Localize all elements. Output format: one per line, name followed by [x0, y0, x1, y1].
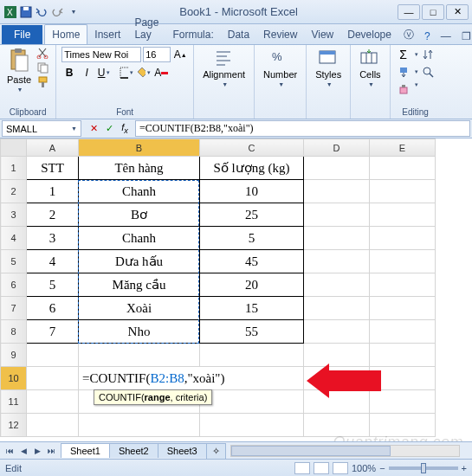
zoom-out-icon[interactable]: −	[379, 463, 385, 473]
cell[interactable]: 7	[27, 320, 79, 344]
paste-button[interactable]: Paste ▼	[5, 47, 33, 94]
sheet-tab-3[interactable]: Sheet3	[158, 443, 207, 458]
alignment-icon[interactable]	[215, 48, 234, 68]
formula-bar[interactable]: =COUNTIF(B2:B8,"xoài")	[135, 120, 470, 137]
row-header[interactable]: 5	[1, 250, 27, 273]
cell[interactable]: Chanh	[79, 227, 200, 250]
cell[interactable]	[79, 414, 200, 437]
minimize-button[interactable]: —	[398, 4, 420, 20]
autosum-icon[interactable]: Σ	[396, 47, 411, 62]
zoom-level[interactable]: 100%	[352, 463, 376, 473]
cell[interactable]	[27, 367, 79, 390]
grow-font-icon[interactable]: A▲	[172, 47, 188, 62]
zoom-in-icon[interactable]: +	[462, 463, 467, 473]
cell[interactable]	[304, 414, 370, 437]
fx-icon[interactable]: fx	[118, 122, 132, 136]
cell[interactable]: Nho	[79, 320, 200, 344]
select-all-corner[interactable]	[1, 139, 27, 157]
cell[interactable]	[370, 157, 436, 180]
cell[interactable]	[27, 414, 79, 437]
cell[interactable]	[304, 203, 370, 227]
cell[interactable]	[200, 344, 304, 367]
cell[interactable]	[304, 180, 370, 203]
cell[interactable]: 55	[200, 320, 304, 344]
cut-icon[interactable]	[36, 47, 50, 59]
undo-icon[interactable]	[35, 5, 48, 19]
cell[interactable]: Bơ	[79, 203, 200, 227]
fill-color-button[interactable]: ▾	[136, 65, 152, 80]
normal-view-icon[interactable]	[294, 462, 310, 474]
font-name-select[interactable]	[61, 47, 141, 62]
border-button[interactable]: ▾	[119, 65, 134, 80]
col-header-a[interactable]: A	[27, 139, 79, 157]
tab-data[interactable]: Data	[221, 25, 256, 44]
cell[interactable]	[200, 414, 304, 437]
sheet-nav-last-icon[interactable]: ⏭	[45, 445, 57, 457]
tab-view[interactable]: View	[304, 25, 340, 44]
ribbon-minimize-icon[interactable]: ⓥ	[398, 26, 419, 44]
row-header[interactable]: 11	[1, 390, 27, 414]
maximize-button[interactable]: □	[422, 4, 444, 20]
cell[interactable]	[304, 273, 370, 297]
cell[interactable]	[370, 250, 436, 273]
cell[interactable]	[79, 344, 200, 367]
cell[interactable]	[370, 273, 436, 297]
cell[interactable]	[304, 297, 370, 320]
cell[interactable]: 6	[27, 297, 79, 320]
sheet-nav-next-icon[interactable]: ▶	[31, 445, 43, 457]
sheet-tab-1[interactable]: Sheet1	[61, 443, 110, 458]
horizontal-scrollbar[interactable]	[230, 445, 460, 457]
cell[interactable]	[370, 297, 436, 320]
styles-icon[interactable]	[319, 48, 338, 68]
cell[interactable]: Xoài	[79, 297, 200, 320]
clear-icon[interactable]	[396, 81, 411, 97]
name-box[interactable]: SMALL▼	[2, 120, 81, 137]
font-size-select[interactable]	[143, 47, 171, 62]
row-header[interactable]: 2	[1, 180, 27, 203]
close-button[interactable]: ✕	[446, 4, 469, 20]
tab-insert[interactable]: Insert	[87, 25, 127, 44]
row-header[interactable]: 4	[1, 227, 27, 250]
excel-icon[interactable]: X	[3, 5, 17, 19]
row-header[interactable]: 3	[1, 203, 27, 227]
sheet-nav-prev-icon[interactable]: ◀	[17, 445, 29, 457]
tab-page-layout[interactable]: Page Lay	[127, 13, 165, 44]
cell[interactable]	[370, 390, 436, 414]
fill-icon[interactable]	[396, 64, 411, 80]
row-header[interactable]: 1	[1, 157, 27, 180]
number-icon[interactable]: %	[271, 48, 290, 68]
col-header-d[interactable]: D	[304, 139, 370, 157]
cell[interactable]	[370, 414, 436, 437]
cell[interactable]	[27, 344, 79, 367]
cell[interactable]: Chanh	[79, 180, 200, 203]
enter-formula-icon[interactable]: ✓	[102, 122, 116, 136]
help-icon[interactable]: ?	[419, 29, 436, 44]
format-painter-icon[interactable]	[36, 76, 50, 88]
worksheet-area[interactable]: A B C D E 1 STT Tên hàng Số lượng (kg) 2…	[0, 138, 472, 437]
row-header[interactable]: 10	[1, 367, 27, 390]
save-icon[interactable]	[19, 5, 33, 19]
file-tab[interactable]: File	[2, 25, 42, 44]
sort-filter-icon[interactable]	[420, 47, 436, 62]
cell[interactable]	[304, 227, 370, 250]
find-select-icon[interactable]	[420, 64, 436, 80]
cell[interactable]	[370, 227, 436, 250]
cells-icon[interactable]	[360, 48, 379, 68]
active-cell-formula[interactable]: =COUNTIF(B2:B8,"xoài")	[79, 367, 304, 390]
tab-formulas[interactable]: Formula:	[165, 25, 220, 44]
cell[interactable]	[370, 180, 436, 203]
worksheet-grid[interactable]: A B C D E 1 STT Tên hàng Số lượng (kg) 2…	[0, 138, 436, 437]
cell[interactable]: 3	[27, 227, 79, 250]
cell[interactable]: Số lượng (kg)	[200, 157, 304, 180]
cell[interactable]: Tên hàng	[79, 157, 200, 180]
cell[interactable]	[304, 250, 370, 273]
cell[interactable]	[304, 157, 370, 180]
col-header-e[interactable]: E	[370, 139, 436, 157]
page-break-view-icon[interactable]	[333, 462, 348, 474]
col-header-c[interactable]: C	[200, 139, 304, 157]
row-header[interactable]: 6	[1, 273, 27, 297]
cell[interactable]: 20	[200, 273, 304, 297]
cell[interactable]: 10	[200, 180, 304, 203]
cell[interactable]	[27, 390, 79, 414]
new-sheet-tab[interactable]: ✧	[206, 443, 226, 459]
